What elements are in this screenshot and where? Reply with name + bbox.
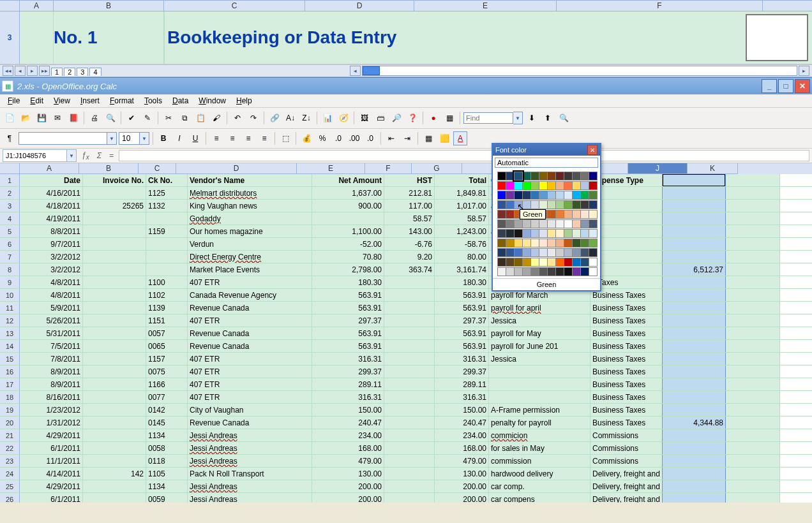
menu-tools[interactable]: Tools — [139, 95, 167, 107]
cell[interactable]: 7/8/2011 — [20, 353, 83, 365]
number-format-icon[interactable]: .0 — [331, 131, 345, 145]
color-swatch[interactable] — [522, 267, 531, 276]
cell[interactable]: 180.30 — [435, 276, 489, 288]
cell[interactable]: 1105 — [146, 468, 188, 480]
open-icon[interactable]: 📂 — [19, 111, 33, 125]
cell[interactable]: Business Taxes — [590, 391, 663, 403]
color-swatch[interactable] — [547, 219, 556, 228]
color-swatch[interactable] — [580, 258, 589, 267]
color-swatch[interactable] — [539, 258, 548, 267]
cell[interactable] — [726, 212, 780, 225]
percent-icon[interactable]: % — [315, 131, 329, 145]
cell[interactable]: 58.57 — [384, 212, 435, 225]
color-swatch[interactable] — [555, 258, 564, 267]
cell[interactable] — [384, 404, 435, 416]
cell[interactable]: 479.00 — [312, 455, 384, 467]
cell[interactable]: Jessica — [489, 353, 590, 365]
cell[interactable]: 0145 — [146, 416, 188, 429]
cell[interactable]: 4,344.88 — [662, 416, 726, 429]
cell[interactable] — [726, 493, 780, 503]
cell[interactable] — [384, 276, 435, 288]
font-size-combo[interactable]: 10▼ — [119, 132, 149, 145]
merge-cells-icon[interactable]: ⬚ — [278, 131, 292, 145]
cell[interactable] — [662, 353, 726, 365]
cell[interactable]: 200.00 — [312, 480, 384, 492]
color-swatch[interactable] — [547, 229, 556, 238]
row-header[interactable]: 10 — [0, 289, 20, 301]
italic-icon[interactable]: I — [172, 131, 186, 145]
cell[interactable]: 3/2/2012 — [20, 263, 83, 276]
cell[interactable] — [83, 429, 146, 441]
cell[interactable]: 1139 — [146, 302, 188, 314]
color-swatch[interactable] — [564, 229, 573, 238]
cell[interactable] — [146, 251, 188, 263]
row-header[interactable]: 8 — [0, 263, 20, 276]
color-swatch[interactable] — [497, 258, 506, 267]
cell[interactable]: 1132 — [146, 200, 188, 212]
cell[interactable]: Jessi Andreas — [188, 429, 312, 441]
cell[interactable]: 25265 — [83, 200, 146, 212]
cell[interactable] — [83, 480, 146, 492]
chevron-down-icon[interactable]: ▼ — [66, 150, 76, 161]
color-swatch[interactable] — [555, 229, 564, 238]
cell[interactable]: Business Taxes — [590, 416, 663, 429]
color-swatch[interactable] — [506, 248, 515, 257]
cell[interactable]: 407 ETR — [188, 378, 312, 390]
color-swatch[interactable] — [514, 239, 523, 247]
select-all-corner[interactable] — [0, 163, 20, 174]
cell[interactable]: 9/7/2011 — [20, 238, 83, 250]
nav-prev-icon[interactable]: ◂ — [15, 66, 26, 76]
cell[interactable]: 299.37 — [435, 365, 489, 378]
cell[interactable]: 316.31 — [435, 353, 489, 365]
formula-input[interactable] — [119, 150, 809, 161]
decrease-indent-icon[interactable]: ⇤ — [384, 131, 398, 145]
cell[interactable]: 234.00 — [435, 429, 489, 441]
cell[interactable] — [726, 187, 780, 199]
find-prev-icon[interactable]: ⬆ — [541, 111, 555, 125]
cell[interactable] — [83, 238, 146, 250]
menu-view[interactable]: View — [49, 95, 75, 107]
cell[interactable]: 168.00 — [435, 442, 489, 454]
cell[interactable] — [662, 455, 726, 467]
row-header[interactable]: 5 — [0, 225, 20, 237]
color-swatch[interactable] — [522, 191, 531, 200]
menu-format[interactable]: Format — [105, 95, 139, 107]
scroll-left-icon[interactable]: ◂ — [350, 66, 361, 76]
menu-help[interactable]: Help — [231, 95, 257, 107]
color-swatch[interactable] — [564, 191, 573, 200]
color-swatch[interactable] — [547, 239, 556, 247]
scroll-right-icon[interactable]: ▸ — [799, 66, 809, 76]
color-swatch[interactable] — [522, 248, 531, 257]
color-swatch[interactable] — [580, 219, 589, 228]
name-box[interactable]: J1:J1048576▼ — [3, 149, 77, 162]
color-swatch[interactable] — [514, 267, 523, 276]
cell[interactable]: Godaddy — [188, 212, 312, 225]
cell[interactable] — [662, 302, 726, 314]
window-close-button[interactable]: ✕ — [795, 79, 810, 93]
find-all-icon[interactable]: 🔍 — [557, 111, 571, 125]
increase-indent-icon[interactable]: ⇥ — [400, 131, 414, 145]
cell[interactable]: Delivery, freight and express — [590, 468, 663, 480]
cell[interactable] — [83, 263, 146, 276]
row-header[interactable]: 9 — [0, 276, 20, 288]
chevron-down-icon[interactable]: ▼ — [139, 133, 149, 144]
cell[interactable]: 563.91 — [435, 340, 489, 352]
sheet-tab[interactable]: 2 — [64, 68, 75, 76]
color-swatch[interactable] — [555, 248, 564, 257]
cell[interactable]: Delivery, freight and express — [590, 493, 663, 503]
cell[interactable]: payroll for april — [489, 302, 590, 314]
color-swatch[interactable] — [589, 191, 598, 200]
cell[interactable]: Business Taxes — [590, 404, 663, 416]
find-input[interactable] — [463, 112, 513, 124]
color-swatch[interactable] — [572, 258, 581, 267]
cell[interactable]: 0065 — [146, 340, 188, 352]
nav-next-icon[interactable]: ▸ — [27, 66, 38, 76]
undo-icon[interactable]: ↶ — [230, 111, 244, 125]
cell[interactable]: 5/26/2011 — [20, 314, 83, 327]
menu-file[interactable]: File — [3, 95, 25, 107]
color-swatch[interactable] — [514, 181, 523, 190]
color-swatch[interactable] — [580, 191, 589, 200]
color-swatch[interactable] — [572, 239, 581, 247]
color-swatch[interactable] — [555, 219, 564, 228]
color-swatch[interactable] — [497, 181, 506, 190]
